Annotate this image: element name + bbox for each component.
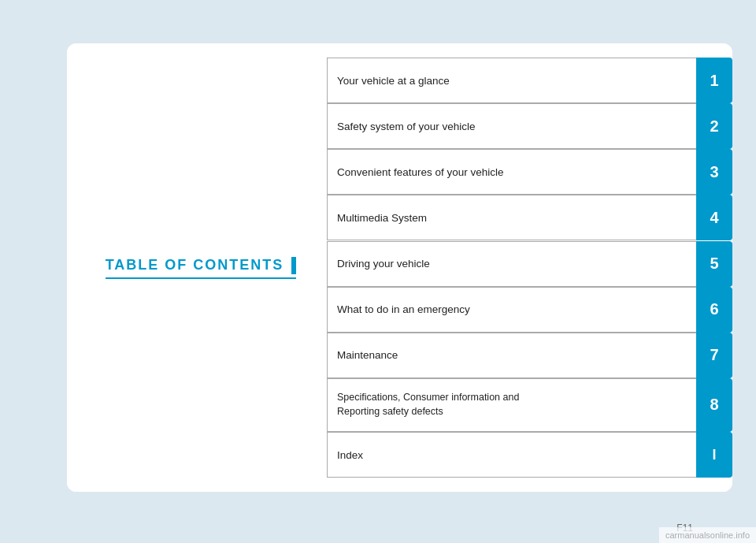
toc-number-2: 2 — [696, 103, 732, 149]
toc-label-index: Index — [327, 432, 696, 478]
toc-item-4[interactable]: Multimedia System 4 — [327, 195, 732, 240]
right-panel: Your vehicle at a glance 1 Safety system… — [327, 43, 732, 492]
toc-number-5: 5 — [696, 241, 732, 287]
toc-title-text: TABLE OF CONTENTS — [106, 257, 297, 274]
toc-label-text-3: Convenient features of your vehicle — [337, 166, 504, 178]
toc-label-text-8-line2: Reporting safety defects — [337, 405, 443, 419]
toc-label-5: Driving your vehicle — [327, 241, 696, 287]
toc-label-8: Specifications, Consumer information and… — [327, 378, 696, 432]
toc-title-bar-icon — [291, 257, 296, 274]
toc-item-7[interactable]: Maintenance 7 — [327, 333, 732, 378]
toc-label-2: Safety system of your vehicle — [327, 103, 696, 149]
toc-title-label: TABLE OF CONTENTS — [106, 257, 284, 273]
left-panel: TABLE OF CONTENTS — [67, 43, 335, 492]
toc-item-2[interactable]: Safety system of your vehicle 2 — [327, 103, 732, 149]
toc-item-1[interactable]: Your vehicle at a glance 1 — [327, 58, 732, 103]
toc-label-3: Convenient features of your vehicle — [327, 149, 696, 195]
toc-label-text-5: Driving your vehicle — [337, 258, 430, 270]
toc-label-text-8-line1: Specifications, Consumer information and — [337, 391, 519, 405]
toc-title-block: TABLE OF CONTENTS — [106, 257, 297, 279]
toc-number-4: 4 — [696, 195, 732, 240]
toc-item-5[interactable]: Driving your vehicle 5 — [327, 241, 732, 287]
toc-number-8: 8 — [696, 378, 732, 432]
toc-label-6: What to do in an emergency — [327, 287, 696, 333]
toc-number-3: 3 — [696, 149, 732, 195]
toc-label-text-7: Maintenance — [337, 349, 398, 361]
toc-label-4: Multimedia System — [327, 195, 696, 240]
toc-underline — [106, 277, 297, 279]
toc-item-6[interactable]: What to do in an emergency 6 — [327, 287, 732, 333]
toc-item-index[interactable]: Index I — [327, 432, 732, 478]
toc-label-text-1: Your vehicle at a glance — [337, 75, 450, 87]
toc-item-3[interactable]: Convenient features of your vehicle 3 — [327, 149, 732, 195]
toc-number-index: I — [696, 432, 732, 478]
toc-label-1: Your vehicle at a glance — [327, 58, 696, 103]
toc-item-8[interactable]: Specifications, Consumer information and… — [327, 378, 732, 432]
toc-number-7: 7 — [696, 333, 732, 378]
page-container: TABLE OF CONTENTS Your vehicle at a glan… — [0, 0, 756, 543]
toc-number-6: 6 — [696, 287, 732, 333]
toc-label-text-4: Multimedia System — [337, 212, 427, 224]
toc-label-7: Maintenance — [327, 333, 696, 378]
toc-label-text-2: Safety system of your vehicle — [337, 121, 476, 132]
toc-number-1: 1 — [696, 58, 732, 103]
toc-label-text-6: What to do in an emergency — [337, 303, 470, 315]
toc-label-text-index: Index — [337, 449, 363, 461]
watermark: carmanualsonline.info — [659, 527, 756, 543]
